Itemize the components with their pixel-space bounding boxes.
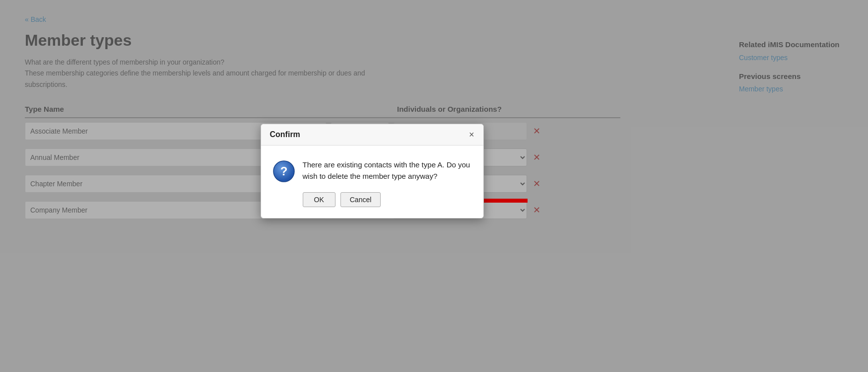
- modal-body: ? There are existing contacts with the t…: [261, 146, 483, 192]
- modal-backdrop: Confirm × ? There are existing contacts …: [0, 0, 868, 372]
- modal-footer: OK Cancel: [291, 192, 483, 218]
- modal-header: Confirm ×: [261, 124, 483, 146]
- svg-text:?: ?: [280, 164, 287, 178]
- modal-message: There are existing contacts with the typ…: [303, 159, 471, 182]
- modal-title: Confirm: [270, 130, 300, 139]
- question-icon: ?: [273, 160, 295, 182]
- cancel-button[interactable]: Cancel: [340, 192, 381, 207]
- confirm-modal: Confirm × ? There are existing contacts …: [261, 124, 484, 219]
- modal-close-button[interactable]: ×: [469, 130, 474, 139]
- page-wrapper: « Back Member types What are the differe…: [0, 0, 868, 372]
- ok-button[interactable]: OK: [303, 192, 335, 207]
